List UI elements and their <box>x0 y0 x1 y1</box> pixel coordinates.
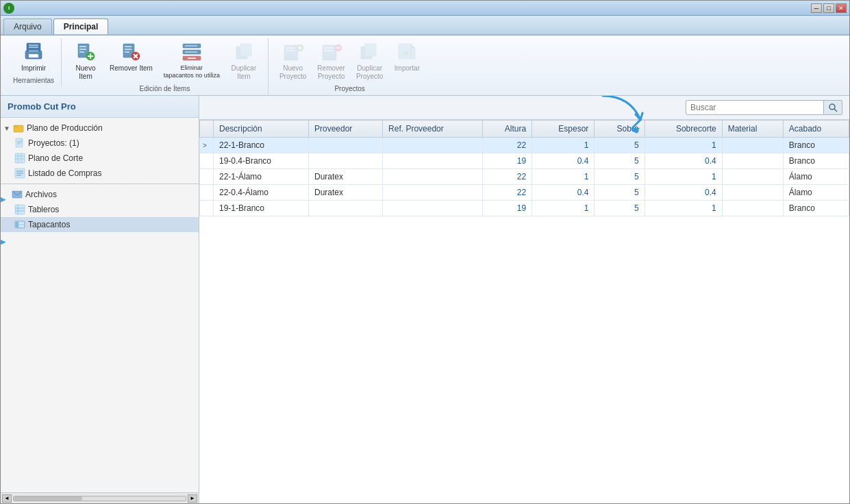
svg-rect-30 <box>286 47 295 49</box>
remove-project-icon <box>321 41 342 63</box>
col-espesor: Espesor <box>532 121 595 138</box>
print-button[interactable]: Imprimir <box>16 38 51 75</box>
svg-rect-16 <box>125 49 132 50</box>
tree-label-plano-corte: Plano de Corte <box>28 153 83 163</box>
ribbon-group-proyectos: NuevoProyecto RemoverProyecto <box>268 38 432 95</box>
cell-proveedor <box>308 201 382 216</box>
import-button[interactable]: Importar <box>390 38 424 75</box>
svg-rect-69 <box>19 222 24 224</box>
tree-item-listado[interactable]: Listado de Compras <box>1 166 199 181</box>
table-header-row: Descripción Proveedor Ref. Proveedor Alt… <box>200 121 849 138</box>
list-icon <box>14 168 25 179</box>
print-icon <box>23 41 45 63</box>
remove-item-label: Remover Item <box>110 64 153 73</box>
arrow-archivos: ➤ <box>1 191 7 207</box>
cell-espesor: 1 <box>532 138 595 153</box>
table-row[interactable]: 22-1-Álamo Duratex 22 1 5 1 Álamo <box>200 169 849 185</box>
remove-unused-icon <box>181 41 203 63</box>
cell-ref-proveedor <box>383 201 483 216</box>
remove-item-button[interactable]: Remover Item <box>105 38 157 75</box>
cell-acabado: Branco <box>783 153 849 169</box>
search-input-wrap <box>686 100 842 115</box>
tree-item-tapacantos[interactable]: Tapacantos <box>1 217 199 232</box>
svg-rect-47 <box>14 125 18 127</box>
main-area: Promob Cut Pro ▼ Plano de Producción <box>1 96 849 503</box>
edicion-label: Edición de Ítems <box>139 85 190 92</box>
grid-icon <box>14 153 25 164</box>
print-label: Imprimir <box>21 64 46 73</box>
tab-arquivo[interactable]: Arquivo <box>3 18 52 34</box>
tree-item-archivos[interactable]: Archivos <box>1 187 199 202</box>
duplicate-project-button[interactable]: DuplicarProyecto <box>352 38 387 84</box>
herramientas-label: Herramientas <box>13 77 54 84</box>
svg-rect-68 <box>16 222 18 227</box>
table-row[interactable]: > 22-1-Branco 22 1 5 1 Branco <box>200 138 849 153</box>
cell-sobrecorte: 1 <box>645 169 722 185</box>
col-ref-proveedor: Ref. Proveedor <box>383 121 483 138</box>
cell-sobra: 5 <box>595 153 645 169</box>
main-window: i ─ □ ✕ Arquivo Principal <box>0 0 850 504</box>
svg-rect-31 <box>286 50 295 51</box>
cell-ref-proveedor <box>383 153 483 169</box>
remove-project-button[interactable]: RemoverProyecto <box>313 38 349 84</box>
ribbon: Imprimir Herramientas <box>1 36 849 96</box>
table-row[interactable]: 19-1-Branco 19 1 5 1 Branco <box>200 201 849 216</box>
row-arrow-cell <box>200 185 214 201</box>
app-icon: i <box>3 3 14 14</box>
tree-label-plano-prod: Plano de Producción <box>27 123 103 133</box>
tree-item-tableros[interactable]: Tableros <box>1 202 199 217</box>
close-button[interactable]: ✕ <box>836 3 847 13</box>
duplicate-item-button[interactable]: DuplicarItem <box>227 38 261 84</box>
tab-principal[interactable]: Principal <box>53 18 109 34</box>
new-project-icon <box>282 41 304 63</box>
svg-rect-8 <box>79 46 86 47</box>
folder-icon <box>13 123 24 134</box>
tapacantos-icon <box>14 219 25 230</box>
tree-item-proyectos[interactable]: Proyectos: (1) <box>1 136 199 151</box>
tree-label-tableros: Tableros <box>28 205 59 214</box>
col-acabado: Acabado <box>783 121 849 138</box>
tree-label-archivos: Archivos <box>25 190 57 199</box>
minimize-button[interactable]: ─ <box>811 3 822 13</box>
remove-unused-button[interactable]: Eliminartapacantos no utiliza <box>160 38 224 82</box>
cell-altura: 22 <box>483 169 532 185</box>
ribbon-group-edicion: NuevoItem Remover I <box>62 38 268 95</box>
tableros-icon <box>14 204 25 215</box>
col-altura: Altura <box>483 121 532 138</box>
tree-item-plano-corte[interactable]: Plano de Corte <box>1 151 199 166</box>
svg-rect-41 <box>365 44 376 56</box>
scroll-track[interactable] <box>13 496 186 501</box>
scroll-left-button[interactable]: ◄ <box>2 494 12 503</box>
svg-rect-53 <box>15 153 25 163</box>
search-icon <box>828 103 838 112</box>
table-row[interactable]: 22-0.4-Álamo Duratex 22 0.4 5 0.4 Álamo <box>200 185 849 201</box>
maximize-button[interactable]: □ <box>823 3 834 13</box>
search-button[interactable] <box>823 101 842 114</box>
cell-espesor: 0.4 <box>532 153 595 169</box>
remove-unused-label: Eliminartapacantos no utiliza <box>164 64 220 79</box>
title-bar-left: i <box>3 3 14 14</box>
svg-rect-1 <box>29 45 38 46</box>
table-row[interactable]: 19-0.4-Branco 19 0.4 5 0.4 Branco <box>200 153 849 169</box>
new-item-button[interactable]: NuevoItem <box>68 38 103 84</box>
svg-rect-37 <box>324 50 334 51</box>
arrow-tapacantos: ➤ <box>1 234 7 250</box>
col-proveedor: Proveedor <box>308 121 382 138</box>
svg-point-72 <box>829 104 835 110</box>
import-label: Importar <box>395 64 420 73</box>
svg-rect-63 <box>15 205 25 214</box>
tree-item-plano-prod[interactable]: ▼ Plano de Producción <box>1 121 199 136</box>
tree-area: ▼ Plano de Producción Proye <box>1 118 199 492</box>
cell-sobrecorte: 0.4 <box>645 185 722 201</box>
cell-sobrecorte: 0.4 <box>645 153 722 169</box>
cell-sobrecorte: 1 <box>645 201 722 216</box>
row-arrow-cell: > <box>200 138 214 153</box>
mail-icon <box>12 189 23 200</box>
scroll-right-button[interactable]: ► <box>188 494 197 503</box>
cell-ref-proveedor <box>383 185 483 201</box>
cell-material <box>722 185 783 201</box>
cell-proveedor <box>308 153 382 169</box>
search-input[interactable] <box>686 101 823 114</box>
cell-material <box>722 138 783 153</box>
new-project-button[interactable]: NuevoProyecto <box>275 38 310 84</box>
